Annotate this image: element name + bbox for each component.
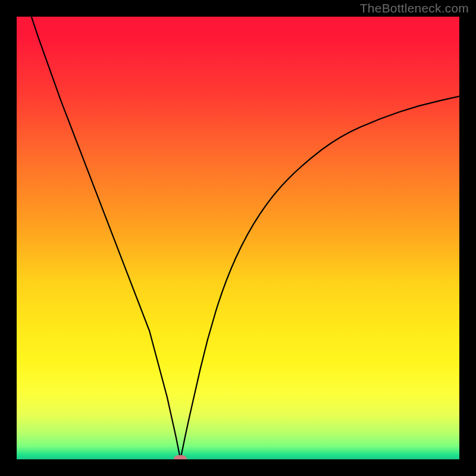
- chart-frame: TheBottleneck.com: [0, 0, 476, 476]
- bottleneck-curve: [17, 17, 459, 459]
- optimal-point-marker: [174, 455, 187, 459]
- watermark-text: TheBottleneck.com: [360, 1, 469, 15]
- plot-area: [17, 17, 459, 459]
